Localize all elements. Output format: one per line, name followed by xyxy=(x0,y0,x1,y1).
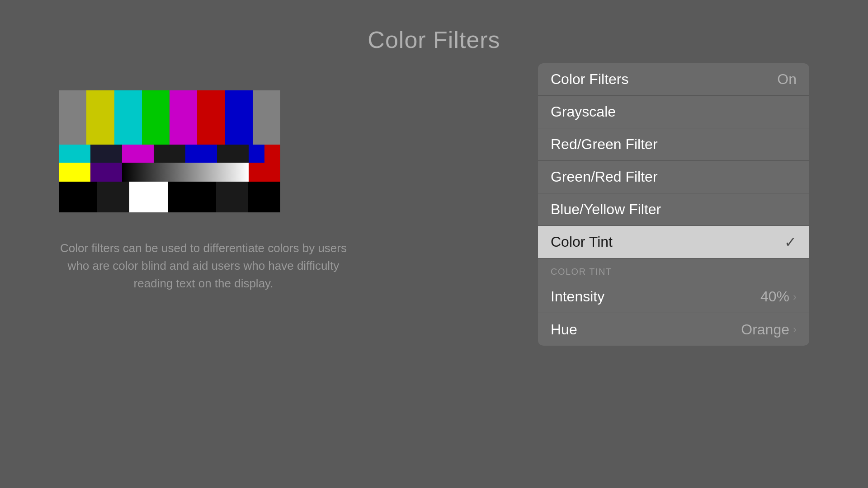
color-filters-value: On xyxy=(777,71,797,88)
color-filters-toggle[interactable]: Color Filters On xyxy=(538,63,809,96)
hue-chevron-icon: › xyxy=(793,323,797,336)
tp3-gradient xyxy=(122,163,249,182)
intensity-label: Intensity xyxy=(551,288,604,305)
tpb-dark1 xyxy=(97,182,129,212)
page-title: Color Filters xyxy=(0,0,868,53)
tpb-white xyxy=(129,182,168,212)
tpb-black1 xyxy=(59,182,97,212)
tp3-yellow xyxy=(59,163,90,182)
left-panel: Color filters can be used to differentia… xyxy=(59,90,366,292)
color-tint-section-header: COLOR TINT xyxy=(538,258,809,281)
tp2-blue xyxy=(185,145,217,163)
tp3-purple xyxy=(90,163,122,182)
description-text: Color filters can be used to differentia… xyxy=(59,239,348,292)
tp2-dark1 xyxy=(90,145,122,163)
tp3-red xyxy=(249,163,280,182)
tpb-dark2 xyxy=(216,182,248,212)
green-red-option[interactable]: Green/Red Filter xyxy=(538,161,809,193)
intensity-option[interactable]: Intensity 40% › xyxy=(538,281,809,313)
red-green-label: Red/Green Filter xyxy=(551,136,658,153)
tp-col-gray1 xyxy=(59,90,86,145)
tp-col-red xyxy=(197,90,225,145)
tp2-cyan xyxy=(59,145,90,163)
blue-yellow-option[interactable]: Blue/Yellow Filter xyxy=(538,193,809,226)
tp2-magenta xyxy=(122,145,154,163)
tpb-black2 xyxy=(168,182,216,212)
test-pattern-third-row xyxy=(59,163,280,182)
intensity-chevron-icon: › xyxy=(793,291,797,303)
color-tint-label: Color Tint xyxy=(551,234,613,250)
right-panel: Color Filters On Grayscale Red/Green Fil… xyxy=(538,63,809,346)
intensity-value: 40% › xyxy=(760,288,797,305)
tp2-red xyxy=(264,145,280,163)
tp2-dark3 xyxy=(217,145,249,163)
tp-col-cyan xyxy=(114,90,142,145)
tp2-blue2 xyxy=(249,145,264,163)
checkmark-icon: ✓ xyxy=(784,234,797,251)
tpb-black3 xyxy=(248,182,280,212)
red-green-option[interactable]: Red/Green Filter xyxy=(538,128,809,161)
test-pattern-bottom-row xyxy=(59,182,280,212)
test-pattern-second-row xyxy=(59,145,280,163)
tp-col-magenta xyxy=(170,90,197,145)
test-pattern xyxy=(59,90,280,212)
grayscale-option[interactable]: Grayscale xyxy=(538,96,809,128)
tp-col-green xyxy=(142,90,170,145)
blue-yellow-label: Blue/Yellow Filter xyxy=(551,201,661,218)
hue-value: Orange › xyxy=(741,321,797,338)
tp2-dark2 xyxy=(154,145,185,163)
hue-label: Hue xyxy=(551,321,577,338)
tp-col-yellow xyxy=(86,90,114,145)
test-pattern-main-bars xyxy=(59,90,280,145)
tp-col-gray2 xyxy=(253,90,280,145)
tp-col-blue xyxy=(225,90,253,145)
hue-option[interactable]: Hue Orange › xyxy=(538,313,809,346)
color-tint-option[interactable]: Color Tint ✓ xyxy=(538,226,809,258)
grayscale-label: Grayscale xyxy=(551,103,616,120)
color-filters-label: Color Filters xyxy=(551,71,628,88)
color-tint-section: COLOR TINT Intensity 40% › Hue Orange › xyxy=(538,258,809,346)
green-red-label: Green/Red Filter xyxy=(551,169,658,185)
